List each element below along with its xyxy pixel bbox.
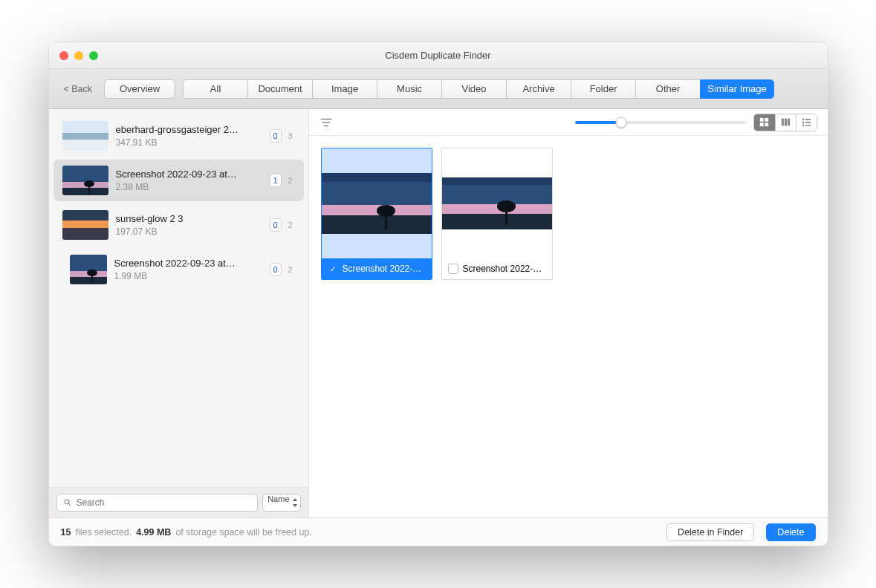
tab-other[interactable]: Other (635, 79, 701, 99)
search-input[interactable] (56, 494, 259, 512)
svg-rect-9 (781, 119, 783, 126)
overview-button[interactable]: Overview (104, 79, 175, 99)
delete-button[interactable]: Delete (766, 523, 815, 541)
toolbar: < Back Overview All Document Image Music… (49, 69, 828, 109)
group-size: 197.07 KB (116, 226, 262, 237)
svg-rect-5 (760, 118, 764, 122)
selected-count: 1 (270, 174, 282, 187)
main-toolbar (309, 109, 828, 136)
duplicate-groups-list: eberhard-grossgasteiger 2… 347.91 KB 0 3… (49, 109, 308, 487)
tab-document[interactable]: Document (247, 79, 313, 99)
thumbnail-size-slider[interactable] (575, 121, 746, 124)
svg-rect-10 (784, 119, 786, 126)
thumbnail-icon (62, 121, 108, 151)
content-area: eberhard-grossgasteiger 2… 347.91 KB 0 3… (49, 109, 828, 517)
group-name: Screenshot 2022-09-23 at… (116, 169, 262, 180)
window-title: Cisdem Duplicate Finder (49, 50, 828, 61)
selected-count: 0 (270, 263, 282, 276)
sidebar-footer: Name (49, 487, 308, 517)
tab-all[interactable]: All (183, 79, 248, 99)
main-panel: ✓ Screenshot 2022-0… Screenshot 2022-0… (309, 109, 828, 517)
status-text: files selected. (75, 527, 132, 538)
select-checkbox[interactable] (448, 264, 458, 274)
app-window: Cisdem Duplicate Finder < Back Overview … (48, 42, 828, 546)
svg-rect-8 (765, 122, 768, 126)
sidebar: eberhard-grossgasteiger 2… 347.91 KB 0 3… (49, 109, 309, 517)
view-columns-button[interactable] (775, 114, 796, 131)
svg-rect-7 (760, 122, 764, 126)
filter-icon[interactable] (319, 117, 333, 128)
tab-image[interactable]: Image (312, 79, 377, 99)
status-bar: 15 files selected. 4.99 MB of storage sp… (49, 517, 828, 546)
selected-file-count: 15 (61, 527, 71, 538)
selected-count: 0 (270, 129, 282, 143)
total-count: 2 (285, 218, 296, 232)
titlebar: Cisdem Duplicate Finder (49, 42, 828, 69)
group-name: sunset-glow 2 3 (116, 213, 262, 224)
tab-archive[interactable]: Archive (506, 79, 571, 99)
list-icon (802, 117, 811, 127)
tab-video[interactable]: Video (441, 79, 507, 99)
view-mode-toggle (753, 114, 817, 131)
image-preview (322, 148, 432, 258)
group-name: eberhard-grossgasteiger 2… (116, 124, 262, 135)
image-grid: ✓ Screenshot 2022-0… Screenshot 2022-0… (309, 136, 828, 292)
list-item[interactable]: Screenshot 2022-09-23 at… 2.38 MB 1 2 (53, 160, 304, 201)
svg-rect-6 (765, 118, 768, 122)
back-button[interactable]: < Back (59, 81, 97, 97)
svg-point-0 (65, 500, 69, 504)
group-size: 2.38 MB (116, 182, 262, 192)
total-count: 3 (285, 129, 296, 143)
total-count: 2 (285, 263, 296, 276)
thumbnail-icon (70, 255, 107, 284)
delete-in-finder-button[interactable]: Delete in Finder (666, 523, 754, 541)
category-tabs: All Document Image Music Video Archive F… (183, 79, 774, 99)
svg-rect-11 (787, 119, 789, 126)
image-card[interactable]: ✓ Screenshot 2022-0… (321, 148, 432, 280)
image-preview (442, 148, 552, 258)
list-item[interactable]: eberhard-grossgasteiger 2… 347.91 KB 0 3 (53, 115, 304, 157)
total-count: 2 (285, 174, 296, 187)
slider-knob[interactable] (615, 117, 626, 128)
tab-music[interactable]: Music (377, 79, 442, 99)
sort-select[interactable]: Name (262, 494, 300, 512)
svg-rect-16 (802, 125, 803, 126)
tab-similar-image[interactable]: Similar Image (700, 79, 774, 99)
group-size: 347.91 KB (116, 137, 262, 148)
selected-count: 0 (270, 218, 282, 232)
status-text: of storage space will be freed up. (175, 527, 311, 538)
freed-size: 4.99 MB (136, 527, 171, 538)
thumbnail-icon (62, 210, 108, 240)
list-item[interactable]: sunset-glow 2 3 197.07 KB 0 2 (53, 204, 304, 246)
image-caption: Screenshot 2022-0… (343, 264, 426, 274)
view-list-button[interactable] (796, 114, 817, 131)
svg-rect-14 (802, 122, 803, 123)
grid-icon (759, 117, 769, 127)
image-card[interactable]: Screenshot 2022-0… (441, 148, 553, 280)
view-grid-button[interactable] (754, 114, 775, 131)
group-size: 1.99 MB (114, 271, 262, 281)
columns-icon (781, 117, 791, 127)
svg-rect-12 (802, 119, 803, 120)
svg-line-1 (68, 504, 71, 506)
select-checkbox[interactable]: ✓ (328, 264, 338, 274)
image-caption: Screenshot 2022-0… (463, 264, 546, 274)
tab-folder[interactable]: Folder (571, 79, 636, 99)
list-item[interactable]: Screenshot 2022-09-23 at… 1.99 MB 0 2 (53, 249, 304, 290)
search-field[interactable] (77, 497, 252, 508)
group-name: Screenshot 2022-09-23 at… (114, 258, 262, 269)
thumbnail-icon (62, 166, 108, 195)
search-icon (63, 498, 72, 507)
